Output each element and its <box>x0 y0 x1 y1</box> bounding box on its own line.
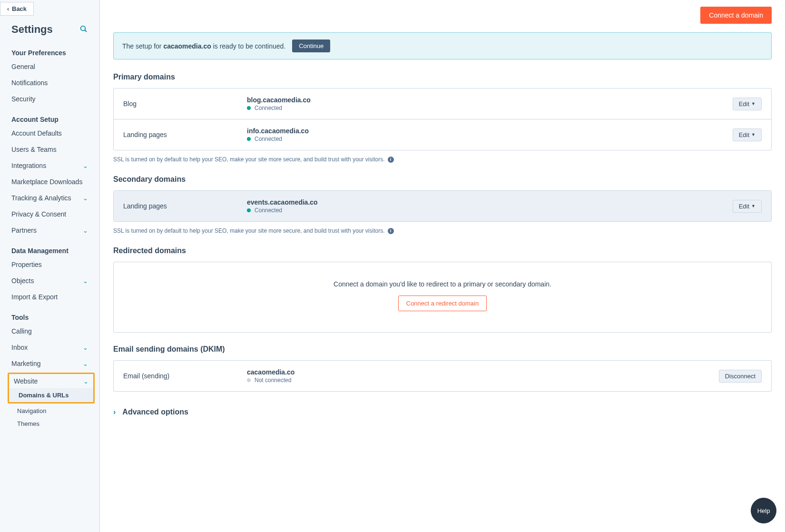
status-text: Connected <box>255 136 282 142</box>
status-text: Not connected <box>255 377 291 384</box>
primary-domains-panel: Blog blog.cacaomedia.co Connected Edit▼ … <box>113 88 772 150</box>
nav-section-preferences: Your Preferences <box>0 40 99 59</box>
chevron-down-icon: ⌄ <box>83 378 88 385</box>
connect-domain-button[interactable]: Connect a domain <box>700 7 772 24</box>
status-text: Connected <box>255 207 282 214</box>
banner-text: The setup for cacaomedia.co is ready to … <box>122 42 285 50</box>
chevron-down-icon: ⌄ <box>83 162 88 169</box>
edit-domain-button[interactable]: Edit▼ <box>733 98 762 110</box>
status-text: Connected <box>255 105 282 111</box>
search-icon[interactable] <box>79 25 88 35</box>
ssl-helper-text: SSL is turned on by default to help your… <box>113 227 772 234</box>
disconnect-domain-button[interactable]: Disconnect <box>719 370 762 383</box>
row-domain-name: events.cacaomedia.co <box>247 198 728 206</box>
email-domains-panel: Email (sending) cacaomedia.co Not connec… <box>113 360 772 392</box>
nav-section-account-setup: Account Setup <box>0 107 99 125</box>
advanced-options-label: Advanced options <box>122 408 188 416</box>
ssl-helper-text: SSL is turned on by default to help your… <box>113 156 772 163</box>
redirected-domains-heading: Redirected domains <box>113 246 772 255</box>
redirected-empty-text: Connect a domain you'd like to redirect … <box>123 280 762 288</box>
info-icon[interactable]: i <box>388 228 394 234</box>
domain-row: Landing pages info.cacaomedia.co Connect… <box>114 119 771 150</box>
svg-line-1 <box>85 30 87 32</box>
chevron-right-icon: › <box>113 408 116 416</box>
help-fab-button[interactable]: Help <box>751 498 776 523</box>
row-domain-name: blog.cacaomedia.co <box>247 96 728 104</box>
secondary-domains-panel: Landing pages events.cacaomedia.co Conne… <box>113 190 772 222</box>
nav-domains-urls[interactable]: Domains & URLs <box>9 388 93 402</box>
nav-marketplace-downloads[interactable]: Marketplace Downloads <box>0 174 99 190</box>
advanced-options-toggle[interactable]: › Advanced options <box>113 408 772 416</box>
nav-properties[interactable]: Properties <box>0 256 99 273</box>
row-type-label: Landing pages <box>123 131 242 138</box>
nav-navigation[interactable]: Navigation <box>0 404 99 417</box>
email-domains-heading: Email sending domains (DKIM) <box>113 345 772 354</box>
nav-privacy-consent[interactable]: Privacy & Consent <box>0 206 99 222</box>
nav-account-defaults[interactable]: Account Defaults <box>0 125 99 141</box>
chevron-down-icon: ⌄ <box>83 277 88 285</box>
back-button[interactable]: ‹ Back <box>0 2 34 16</box>
nav-calling[interactable]: Calling <box>0 323 99 339</box>
nav-tracking-analytics[interactable]: Tracking & Analytics⌄ <box>0 190 99 206</box>
secondary-domains-heading: Secondary domains <box>113 175 772 184</box>
nav-section-tools: Tools <box>0 305 99 323</box>
nav-objects[interactable]: Objects⌄ <box>0 273 99 289</box>
status-dot-icon <box>247 378 251 382</box>
main-content: Connect a domain The setup for cacaomedi… <box>100 0 785 532</box>
chevron-down-icon: ⌄ <box>83 195 88 202</box>
page-title: Settings <box>11 23 53 36</box>
settings-sidebar: ‹ Back Settings Your Preferences General… <box>0 0 100 532</box>
nav-integrations[interactable]: Integrations⌄ <box>0 158 99 174</box>
edit-domain-button[interactable]: Edit▼ <box>733 128 762 141</box>
nav-security[interactable]: Security <box>0 91 99 107</box>
row-type-label: Blog <box>123 100 242 108</box>
nav-users-teams[interactable]: Users & Teams <box>0 141 99 158</box>
domain-row: Email (sending) cacaomedia.co Not connec… <box>114 361 771 391</box>
nav-themes[interactable]: Themes <box>0 417 99 430</box>
info-icon[interactable]: i <box>388 157 394 163</box>
nav-notifications[interactable]: Notifications <box>0 75 99 91</box>
caret-down-icon: ▼ <box>751 101 756 106</box>
website-highlight-box: Website⌄ Domains & URLs <box>8 373 95 404</box>
chevron-down-icon: ⌄ <box>83 227 88 234</box>
chevron-down-icon: ⌄ <box>83 344 88 351</box>
domain-row: Landing pages events.cacaomedia.co Conne… <box>114 191 771 221</box>
svg-point-0 <box>81 26 86 30</box>
edit-domain-button[interactable]: Edit▼ <box>733 200 762 213</box>
status-dot-icon <box>247 137 251 141</box>
redirected-domains-panel: Connect a domain you'd like to redirect … <box>113 262 772 333</box>
row-domain-name: cacaomedia.co <box>247 368 714 376</box>
primary-domains-heading: Primary domains <box>113 73 772 81</box>
row-type-label: Landing pages <box>123 202 242 210</box>
nav-import-export[interactable]: Import & Export <box>0 289 99 305</box>
status-dot-icon <box>247 106 251 110</box>
nav-marketing[interactable]: Marketing⌄ <box>0 355 99 372</box>
chevron-left-icon: ‹ <box>7 6 9 12</box>
nav-section-data-management: Data Management <box>0 238 99 256</box>
row-domain-name: info.cacaomedia.co <box>247 127 728 135</box>
connect-redirect-domain-button[interactable]: Connect a redirect domain <box>398 296 487 311</box>
nav-website[interactable]: Website⌄ <box>9 374 93 388</box>
nav-inbox[interactable]: Inbox⌄ <box>0 339 99 355</box>
chevron-down-icon: ⌄ <box>83 360 88 367</box>
continue-setup-button[interactable]: Continue <box>292 39 330 52</box>
back-label: Back <box>12 5 27 12</box>
domain-row: Blog blog.cacaomedia.co Connected Edit▼ <box>114 89 771 119</box>
setup-continue-banner: The setup for cacaomedia.co is ready to … <box>113 32 772 59</box>
status-dot-icon <box>247 208 251 212</box>
caret-down-icon: ▼ <box>751 132 756 137</box>
nav-partners[interactable]: Partners⌄ <box>0 222 99 238</box>
row-type-label: Email (sending) <box>123 372 242 380</box>
caret-down-icon: ▼ <box>751 204 756 208</box>
nav-general[interactable]: General <box>0 59 99 75</box>
